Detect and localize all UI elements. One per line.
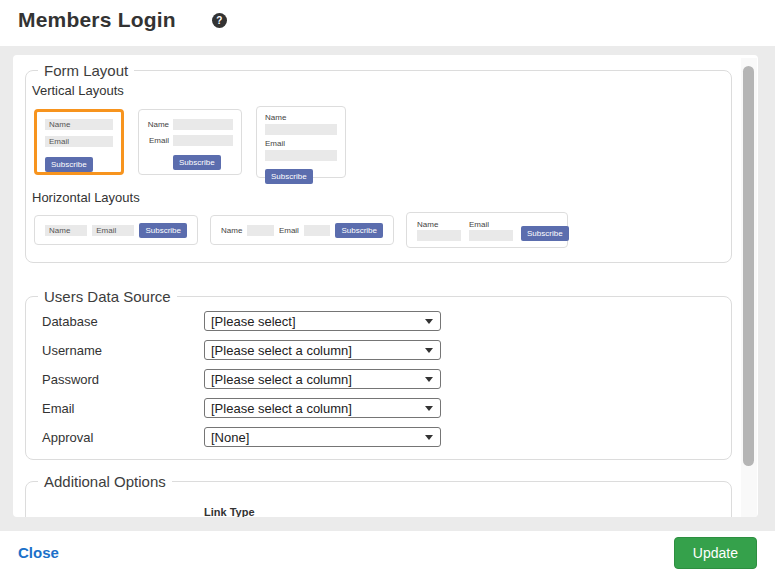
vertical-layouts-label: Vertical Layouts bbox=[32, 83, 721, 98]
mini-name-label: Name bbox=[417, 220, 461, 229]
username-row: Username [Please select a column] bbox=[42, 340, 721, 360]
footer: Close Update bbox=[0, 531, 775, 572]
mini-email-input bbox=[469, 230, 513, 241]
update-button[interactable]: Update bbox=[674, 537, 757, 569]
password-select[interactable]: [Please select a column] bbox=[204, 369, 441, 389]
approval-row: Approval [None] bbox=[42, 427, 721, 447]
link-type-group: Link Type Select a link type bbox=[204, 506, 426, 517]
approval-label: Approval bbox=[42, 430, 204, 445]
mini-subscribe-button: Subscribe bbox=[173, 155, 221, 170]
chevron-down-icon bbox=[425, 319, 433, 324]
settings-panel: Form Layout Vertical Layouts Name Email … bbox=[0, 46, 775, 531]
mini-email-label: Email bbox=[469, 220, 513, 229]
mini-email-input bbox=[173, 135, 233, 146]
form-layout-legend: Form Layout bbox=[38, 62, 134, 79]
horizontal-layouts-row: Name Email Subscribe Name Email Subscrib… bbox=[34, 212, 721, 248]
mini-name-input: Name bbox=[45, 119, 113, 130]
mini-email-input: Email bbox=[92, 225, 134, 236]
password-row: Password [Please select a column] bbox=[42, 369, 721, 389]
email-select[interactable]: [Please select a column] bbox=[204, 398, 441, 418]
mini-name-input bbox=[173, 119, 233, 130]
mini-email-label: Email bbox=[279, 226, 299, 235]
mini-name-input bbox=[417, 230, 461, 241]
scrollbar-thumb[interactable] bbox=[743, 66, 754, 466]
mini-name-label: Name bbox=[147, 120, 169, 129]
scrollbar-track bbox=[741, 58, 757, 517]
layout-option-horizontal-1[interactable]: Name Email Subscribe bbox=[34, 215, 198, 245]
chevron-down-icon bbox=[425, 406, 433, 411]
database-label: Database bbox=[42, 314, 204, 329]
close-link[interactable]: Close bbox=[18, 544, 59, 561]
additional-options-fieldset: Additional Options Next Page Link Type S… bbox=[25, 473, 732, 517]
help-icon[interactable]: ? bbox=[212, 13, 227, 28]
mini-email-input bbox=[304, 225, 331, 236]
mini-subscribe-button: Subscribe bbox=[335, 223, 383, 238]
users-data-source-fieldset: Users Data Source Database [Please selec… bbox=[25, 288, 732, 460]
database-row: Database [Please select] bbox=[42, 311, 721, 331]
email-select-value: [Please select a column] bbox=[211, 401, 352, 416]
password-select-value: [Please select a column] bbox=[211, 372, 352, 387]
layout-option-vertical-2[interactable]: Name Email Subscribe bbox=[138, 109, 242, 175]
header: Members Login ? bbox=[0, 0, 775, 46]
link-type-label: Link Type bbox=[204, 506, 426, 517]
vertical-layouts-row: Name Email Subscribe Name Email Subscrib… bbox=[34, 105, 721, 179]
chevron-down-icon bbox=[425, 348, 433, 353]
mini-subscribe-button: Subscribe bbox=[521, 226, 569, 241]
mini-name-label: Name bbox=[265, 113, 337, 122]
username-select[interactable]: [Please select a column] bbox=[204, 340, 441, 360]
mini-name-input: Name bbox=[45, 225, 87, 236]
database-select-value: [Please select] bbox=[211, 314, 296, 329]
layout-option-horizontal-3[interactable]: Name Email Subscribe bbox=[406, 212, 568, 248]
email-row: Email [Please select a column] bbox=[42, 398, 721, 418]
approval-select-value: [None] bbox=[211, 430, 249, 445]
scroll-area: Form Layout Vertical Layouts Name Email … bbox=[13, 55, 758, 517]
mini-email-label: Email bbox=[147, 136, 169, 145]
next-page-row: Next Page Link Type Select a link type bbox=[42, 506, 721, 517]
username-label: Username bbox=[42, 343, 204, 358]
layout-option-vertical-1-selected[interactable]: Name Email Subscribe bbox=[34, 109, 124, 175]
next-page-label: Next Page bbox=[42, 506, 204, 517]
password-label: Password bbox=[42, 372, 204, 387]
mini-name-label: Name bbox=[221, 226, 242, 235]
layout-option-horizontal-2[interactable]: Name Email Subscribe bbox=[210, 215, 394, 245]
mini-subscribe-button: Subscribe bbox=[139, 223, 187, 238]
mini-subscribe-button: Subscribe bbox=[45, 157, 93, 172]
mini-name-input bbox=[247, 225, 274, 236]
mini-name-input bbox=[265, 124, 337, 135]
chevron-down-icon bbox=[425, 435, 433, 440]
page-title: Members Login bbox=[18, 8, 176, 32]
username-select-value: [Please select a column] bbox=[211, 343, 352, 358]
email-label: Email bbox=[42, 401, 204, 416]
form-layout-fieldset: Form Layout Vertical Layouts Name Email … bbox=[25, 62, 732, 263]
mini-subscribe-button: Subscribe bbox=[265, 169, 313, 184]
users-data-source-legend: Users Data Source bbox=[38, 288, 177, 305]
chevron-down-icon bbox=[425, 377, 433, 382]
mini-email-label: Email bbox=[265, 139, 337, 148]
database-select[interactable]: [Please select] bbox=[204, 311, 441, 331]
mini-email-input bbox=[265, 150, 337, 161]
additional-options-legend: Additional Options bbox=[38, 473, 172, 490]
horizontal-layouts-label: Horizontal Layouts bbox=[32, 190, 721, 205]
mini-email-input: Email bbox=[45, 136, 113, 147]
layout-option-vertical-3[interactable]: Name Email Subscribe bbox=[256, 106, 346, 178]
approval-select[interactable]: [None] bbox=[204, 427, 441, 447]
